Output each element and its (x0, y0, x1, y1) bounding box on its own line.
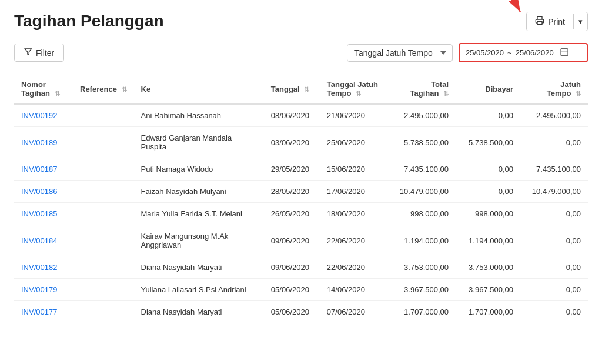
invoice-link[interactable]: INV/00189 (21, 138, 57, 147)
cell-total-tagihan: 2.495.000,00 (385, 104, 456, 127)
print-label: Print (548, 17, 565, 26)
col-header-reference[interactable]: Reference ⇅ (73, 74, 134, 104)
cell-tanggal: 08/06/2020 (264, 104, 320, 127)
invoice-link[interactable]: INV/00192 (21, 111, 57, 120)
cell-nomor[interactable]: INV/00184 (14, 225, 73, 256)
cell-reference (73, 158, 134, 181)
cell-ke: Diana Nasyidah Maryati (134, 301, 264, 323)
cell-jatuh-tempo: 2.495.000,00 (520, 104, 588, 127)
col-header-tanggal-jatuh-tempo[interactable]: Tanggal JatuhTempo ⇅ (320, 74, 385, 104)
col-header-ke[interactable]: Ke (134, 74, 264, 104)
cell-reference (73, 203, 134, 225)
cell-tanggal: 09/06/2020 (264, 256, 320, 279)
cell-jatuh-tempo: 0,00 (520, 127, 588, 158)
table-row: INV/00189 Edward Ganjaran Mandala Puspit… (14, 127, 588, 158)
cell-ke: Edward Ganjaran Mandala Puspita (134, 127, 264, 158)
cell-tanggal-jatuh-tempo: 14/06/2020 (320, 279, 385, 301)
date-range-picker[interactable]: 25/05/2020 ~ 25/06/2020 (459, 43, 588, 62)
table-row: INV/00179 Yuliana Lailasari S.Psi Andria… (14, 279, 588, 301)
table-row: INV/00182 Diana Nasyidah Maryati 09/06/2… (14, 256, 588, 279)
table-row: INV/00187 Puti Namaga Widodo 29/05/2020 … (14, 158, 588, 181)
cell-dibayar: 1.707.000,00 (456, 301, 520, 323)
date-range-end: 25/06/2020 (516, 48, 554, 57)
date-filter-select[interactable]: Tanggal Jatuh Tempo (347, 44, 453, 62)
cell-dibayar: 3.753.000,00 (456, 256, 520, 279)
cell-jatuh-tempo: 0,00 (520, 256, 588, 279)
invoice-link[interactable]: INV/00177 (21, 308, 57, 316)
cell-nomor[interactable]: INV/00186 (14, 181, 73, 203)
cell-nomor[interactable]: INV/00189 (14, 127, 73, 158)
col-header-total-tagihan[interactable]: TotalTagihan ⇅ (385, 74, 456, 104)
cell-tanggal: 29/05/2020 (264, 158, 320, 181)
cell-nomor[interactable]: INV/00177 (14, 301, 73, 323)
cell-total-tagihan: 998.000,00 (385, 203, 456, 225)
filter-label: Filter (36, 48, 54, 58)
cell-dibayar: 1.194.000,00 (456, 225, 520, 256)
cell-reference (73, 104, 134, 127)
cell-nomor[interactable]: INV/00179 (14, 279, 73, 301)
sort-icon-jatuh: ⇅ (576, 90, 581, 98)
col-header-nomor[interactable]: NomorTagihan ⇅ (14, 74, 73, 104)
cell-tanggal: 05/06/2020 (264, 279, 320, 301)
calendar-icon (560, 47, 569, 58)
cell-tanggal-jatuh-tempo: 18/06/2020 (320, 203, 385, 225)
page-title: Tagihan Pelanggan (14, 12, 164, 31)
invoice-link[interactable]: INV/00184 (21, 236, 57, 245)
cell-nomor[interactable]: INV/00185 (14, 203, 73, 225)
cell-tanggal: 09/06/2020 (264, 225, 320, 256)
cell-nomor[interactable]: INV/00182 (14, 256, 73, 279)
cell-total-tagihan: 5.738.500,00 (385, 127, 456, 158)
cell-tanggal-jatuh-tempo: 25/06/2020 (320, 127, 385, 158)
svg-rect-3 (561, 49, 568, 56)
cell-total-tagihan: 10.479.000,00 (385, 181, 456, 203)
cell-tanggal-jatuh-tempo: 17/06/2020 (320, 181, 385, 203)
cell-dibayar: 0,00 (456, 181, 520, 203)
printer-icon (535, 16, 544, 27)
cell-nomor[interactable]: INV/00187 (14, 158, 73, 181)
cell-nomor[interactable]: INV/00192 (14, 104, 73, 127)
sort-icon-nomor: ⇅ (55, 90, 60, 98)
cell-ke: Diana Nasyidah Maryati (134, 256, 264, 279)
cell-tanggal: 03/06/2020 (264, 127, 320, 158)
print-button-group: Print ▾ (526, 12, 588, 31)
cell-ke: Kairav Mangunsong M.Ak Anggriawan (134, 225, 264, 256)
cell-reference (73, 181, 134, 203)
cell-tanggal-jatuh-tempo: 07/06/2020 (320, 301, 385, 323)
invoice-link[interactable]: INV/00182 (21, 263, 57, 272)
cell-jatuh-tempo: 0,00 (520, 203, 588, 225)
cell-dibayar: 0,00 (456, 158, 520, 181)
filter-icon (24, 48, 32, 58)
cell-jatuh-tempo: 0,00 (520, 279, 588, 301)
svg-rect-0 (537, 21, 542, 24)
print-button[interactable]: Print (527, 12, 573, 31)
cell-total-tagihan: 7.435.100,00 (385, 158, 456, 181)
print-dropdown-button[interactable]: ▾ (573, 14, 587, 29)
cell-jatuh-tempo: 0,00 (520, 225, 588, 256)
invoice-link[interactable]: INV/00179 (21, 285, 57, 294)
col-header-dibayar[interactable]: Dibayar (456, 74, 520, 104)
cell-ke: Maria Yulia Farida S.T. Melani (134, 203, 264, 225)
invoice-link[interactable]: INV/00185 (21, 209, 57, 218)
cell-dibayar: 0,00 (456, 104, 520, 127)
toolbar-right: Tanggal Jatuh Tempo 25/05/2020 ~ 25/06/2… (347, 43, 588, 62)
cell-total-tagihan: 1.194.000,00 (385, 225, 456, 256)
cell-reference (73, 256, 134, 279)
cell-tanggal-jatuh-tempo: 22/06/2020 (320, 256, 385, 279)
table-row: INV/00192 Ani Rahimah Hassanah 08/06/202… (14, 104, 588, 127)
cell-jatuh-tempo: 7.435.100,00 (520, 158, 588, 181)
date-range-start: 25/05/2020 (466, 48, 504, 57)
cell-ke: Ani Rahimah Hassanah (134, 104, 264, 127)
invoice-link[interactable]: INV/00186 (21, 187, 57, 196)
cell-tanggal: 26/05/2020 (264, 203, 320, 225)
sort-icon-jatuh-tempo-date: ⇅ (356, 90, 361, 98)
invoice-link[interactable]: INV/00187 (21, 165, 57, 173)
filter-button[interactable]: Filter (14, 44, 64, 62)
cell-ke: Yuliana Lailasari S.Psi Andriani (134, 279, 264, 301)
cell-tanggal: 05/06/2020 (264, 301, 320, 323)
col-header-tanggal[interactable]: Tanggal ⇅ (264, 74, 320, 104)
cell-tanggal-jatuh-tempo: 21/06/2020 (320, 104, 385, 127)
table-row: INV/00185 Maria Yulia Farida S.T. Melani… (14, 203, 588, 225)
cell-tanggal-jatuh-tempo: 15/06/2020 (320, 158, 385, 181)
col-header-jatuh-tempo[interactable]: JatuhTempo ⇅ (520, 74, 588, 104)
cell-tanggal: 28/05/2020 (264, 181, 320, 203)
